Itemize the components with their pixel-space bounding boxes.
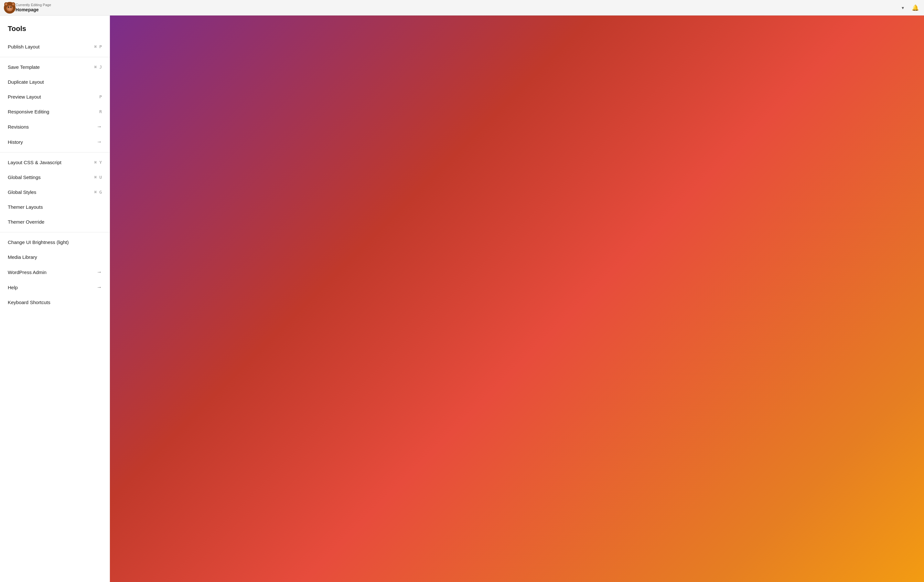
menu-item-label: History [8, 139, 23, 145]
svg-point-7 [10, 7, 12, 8]
menu-item-save-template[interactable]: Save Template ⌘ J [0, 60, 110, 75]
menu-item-label: Media Library [8, 254, 37, 260]
divider-3 [0, 232, 110, 232]
svg-point-9 [8, 8, 11, 10]
menu-item-shortcut: ⌘ U [94, 175, 102, 180]
menu-item-label: Responsive Editing [8, 109, 49, 114]
header-subtitle: Currently Editing Page [15, 3, 900, 7]
editor-canvas[interactable] [110, 15, 924, 582]
menu-item-label: Themer Layouts [8, 204, 43, 210]
menu-group-layout: Save Template ⌘ J Duplicate Layout Previ… [0, 60, 110, 150]
menu-item-responsive-editing[interactable]: Responsive Editing R [0, 104, 110, 119]
arrow-icon: → [97, 124, 102, 130]
menu-item-label: Keyboard Shortcuts [8, 300, 50, 305]
menu-item-global-settings[interactable]: Global Settings ⌘ U [0, 170, 110, 185]
menu-item-shortcut: ⌘ G [94, 190, 102, 195]
logo-icon [4, 2, 15, 13]
menu-group-global: Layout CSS & Javascript ⌘ Y Global Setti… [0, 155, 110, 229]
sidebar-title: Tools [0, 15, 110, 40]
menu-item-label: Global Styles [8, 190, 36, 195]
menu-item-label: Themer Override [8, 219, 44, 224]
menu-item-label: Layout CSS & Javascript [8, 160, 61, 165]
chevron-down-icon[interactable]: ▾ [900, 4, 905, 12]
menu-item-shortcut: ⌘ Y [94, 160, 102, 165]
menu-item-change-ui-brightness[interactable]: Change UI Brightness (light) [0, 235, 110, 250]
menu-item-global-styles[interactable]: Global Styles ⌘ G [0, 185, 110, 200]
menu-item-label: WordPress Admin [8, 269, 46, 275]
svg-point-4 [12, 3, 15, 5]
divider-2 [0, 152, 110, 153]
menu-item-history[interactable]: History → [0, 134, 110, 150]
menu-item-publish-layout[interactable]: Publish Layout ⌘ P [0, 40, 110, 54]
menu-group-admin: Change UI Brightness (light) Media Libra… [0, 235, 110, 310]
menu-item-layout-css-js[interactable]: Layout CSS & Javascript ⌘ Y [0, 155, 110, 170]
menu-item-shortcut: P [99, 94, 102, 99]
header-title: Homepage [15, 7, 900, 13]
menu-item-themer-layouts[interactable]: Themer Layouts [0, 200, 110, 214]
menu-group-publish: Publish Layout ⌘ P [0, 40, 110, 54]
menu-item-shortcut: ⌘ J [94, 64, 102, 69]
menu-item-label: Save Template [8, 64, 40, 70]
menu-item-label: Global Settings [8, 175, 41, 180]
menu-item-label: Preview Layout [8, 94, 41, 99]
divider-1 [0, 57, 110, 57]
arrow-icon: → [97, 284, 102, 290]
menu-item-label: Revisions [8, 124, 29, 130]
sidebar: Tools Publish Layout ⌘ P Save Template ⌘… [0, 15, 110, 582]
menu-item-wordpress-admin[interactable]: WordPress Admin → [0, 265, 110, 280]
menu-item-duplicate-layout[interactable]: Duplicate Layout [0, 75, 110, 89]
arrow-icon: → [97, 139, 102, 145]
header-text: Currently Editing Page Homepage [15, 3, 900, 13]
menu-item-themer-override[interactable]: Themer Override [0, 214, 110, 229]
menu-item-help[interactable]: Help → [0, 280, 110, 295]
menu-item-shortcut: R [99, 109, 102, 114]
arrow-icon: → [97, 269, 102, 275]
menu-item-label: Help [8, 285, 18, 290]
menu-item-media-library[interactable]: Media Library [0, 250, 110, 265]
menu-item-preview-layout[interactable]: Preview Layout P [0, 89, 110, 104]
menu-item-label: Duplicate Layout [8, 79, 44, 85]
svg-point-6 [8, 7, 9, 8]
main-layout: Tools Publish Layout ⌘ P Save Template ⌘… [0, 15, 924, 582]
menu-item-label: Publish Layout [8, 44, 40, 49]
menu-item-keyboard-shortcuts[interactable]: Keyboard Shortcuts [0, 295, 110, 310]
menu-item-shortcut: ⌘ P [94, 44, 102, 49]
menu-item-revisions[interactable]: Revisions → [0, 119, 110, 134]
svg-point-3 [5, 3, 7, 5]
menu-item-label: Change UI Brightness (light) [8, 239, 69, 245]
header: Currently Editing Page Homepage ▾ 🔔 [0, 0, 924, 15]
bell-icon[interactable]: 🔔 [911, 3, 920, 13]
